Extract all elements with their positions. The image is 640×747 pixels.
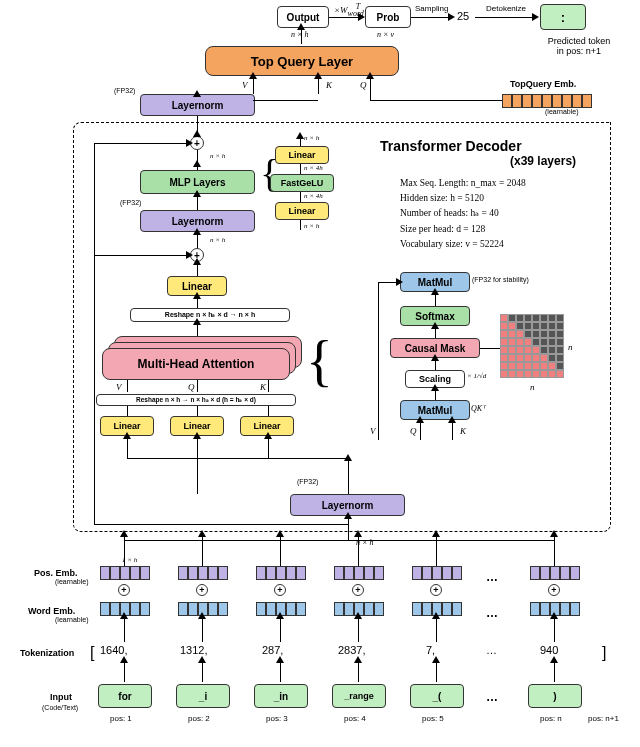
topquery-emb-lbl: TopQuery Emb. [510, 79, 576, 89]
arrowhead-icon [123, 432, 131, 439]
scale-val: × 1/√d [467, 372, 486, 380]
arrowhead-icon [432, 530, 440, 537]
arrow-hline [480, 348, 500, 349]
pos-lbl: pos: 4 [344, 714, 366, 723]
linear: Linear [275, 146, 329, 164]
add-icon: + [274, 584, 286, 596]
arrowhead-icon [431, 384, 439, 391]
pos-emb-cell [178, 566, 228, 580]
arrow-vline [554, 660, 555, 682]
arrowhead-icon [198, 530, 206, 537]
arrow-vline [348, 532, 349, 540]
arrowhead-icon [198, 656, 206, 663]
arrowhead-icon [431, 354, 439, 361]
decoder-sub: (x39 layers) [510, 154, 576, 168]
arrow-vline [358, 616, 359, 642]
pos-emb-cell [530, 566, 580, 580]
arrow-vline [301, 28, 302, 44]
fp32-lbl: (FP32) [120, 199, 141, 206]
arrow-vline [268, 436, 269, 458]
ellipsis: … [486, 570, 498, 584]
arrowhead-icon [296, 132, 304, 139]
arrow-hline [370, 100, 502, 101]
learnable-lbl: (learnable) [55, 578, 88, 585]
dim-nxh: n × h [291, 30, 308, 39]
sample-val: 25 [457, 10, 469, 22]
input-token: _( [410, 684, 464, 708]
pos-lbl: pos: 2 [188, 714, 210, 723]
arrowhead-icon [448, 416, 456, 423]
arrow-vline [124, 616, 125, 642]
arrow-vline [268, 406, 269, 416]
arrowhead-icon [193, 130, 201, 137]
ellipsis: … [486, 606, 498, 620]
arrow-hline [253, 100, 318, 101]
label-n: n [568, 342, 573, 352]
pos-emb-cell [334, 566, 384, 580]
add-icon: + [548, 584, 560, 596]
label-Q: Q [360, 80, 367, 90]
word-emb-lbl: Word Emb. [28, 606, 75, 616]
arrowhead-icon [249, 72, 257, 79]
pos-lbl: pos: 1 [110, 714, 132, 723]
arrowhead-icon [120, 656, 128, 663]
arrow-vline [280, 660, 281, 682]
ellipsis: … [486, 690, 498, 704]
label-K: K [260, 382, 266, 392]
dim-nx4h: n × 4h [304, 192, 323, 200]
linear: Linear [275, 202, 329, 220]
arrowhead-icon [193, 318, 201, 325]
fp32-stab: (FP32 for stability) [472, 276, 529, 283]
arrow-hline [94, 143, 190, 144]
arrowhead-icon [366, 72, 374, 79]
arrow-vline [197, 458, 198, 494]
add-icon: + [352, 584, 364, 596]
input-token: for [98, 684, 152, 708]
arrowhead-icon [416, 416, 424, 423]
arrow-vline [370, 94, 371, 100]
arrowhead-icon [358, 13, 365, 21]
tokenization-lbl: Tokenization [20, 648, 74, 658]
detok-lbl: Detokenize [486, 4, 526, 13]
arrow-vline [420, 420, 421, 440]
arrowhead-icon [264, 432, 272, 439]
input-token: _i [176, 684, 230, 708]
arrow-vline [127, 406, 128, 416]
add-icon: + [118, 584, 130, 596]
arrow-vline [300, 164, 301, 174]
input-lbl: Input [50, 692, 72, 702]
reshape: Reshape n × h → n × hₐ × d (h = hₐ × d) [96, 394, 296, 406]
pos-lbl: pos: 5 [422, 714, 444, 723]
decoder-title: Transformer Decoder [380, 138, 522, 154]
arrow-vline [94, 143, 95, 524]
arrowhead-icon [198, 612, 206, 619]
open-bracket: [ [90, 644, 94, 662]
dim-nx4h: n × 4h [304, 164, 323, 172]
tok: … [486, 644, 497, 656]
pred-caption: Predicted tokenin pos: n+1 [536, 36, 622, 56]
matmul: MatMul [400, 400, 470, 420]
arrowhead-icon [431, 288, 439, 295]
arrowhead-icon [186, 139, 193, 147]
arrowhead-icon [193, 432, 201, 439]
arrowhead-icon [276, 530, 284, 537]
dim-nxh: n × h [210, 236, 225, 244]
arrowhead-icon [354, 530, 362, 537]
label-K: K [460, 426, 466, 436]
add-icon: + [430, 584, 442, 596]
arrow-vline [378, 282, 379, 440]
learnable-lbl: (learnable) [55, 616, 88, 623]
arrow-hline [475, 17, 535, 18]
arrow-hline [94, 255, 190, 256]
tok: 287, [262, 644, 283, 656]
arrow-vline [202, 660, 203, 682]
topquery-emb-cells [502, 94, 592, 108]
arrowhead-icon [276, 612, 284, 619]
pos-lbl: pos: n+1 [588, 714, 619, 723]
arrowhead-icon [448, 13, 455, 21]
arrowhead-icon [297, 23, 305, 30]
multi-head-attention: Multi-Head Attention [102, 348, 290, 380]
arrowhead-icon [550, 656, 558, 663]
label-K: K [326, 80, 332, 90]
arrow-vline [280, 616, 281, 642]
